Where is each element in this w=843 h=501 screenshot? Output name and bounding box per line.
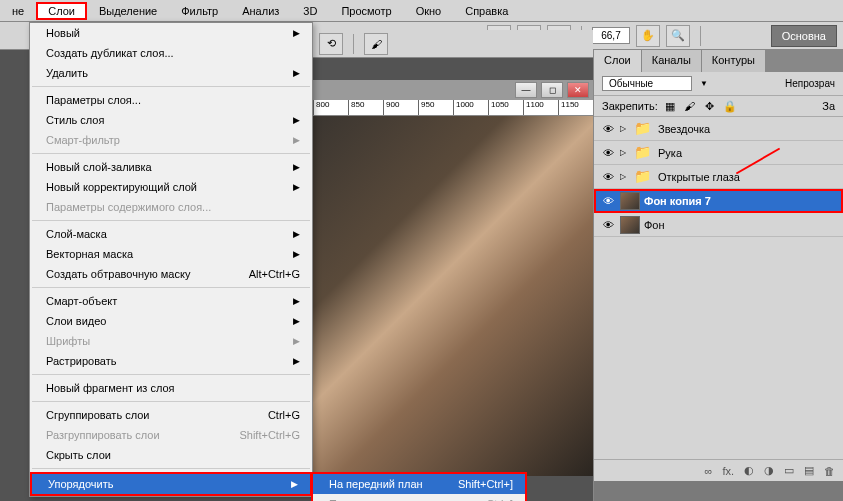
- panel-tab-Контуры[interactable]: Контуры: [702, 50, 766, 72]
- layer-list: 👁▷📁Звездочка👁▷📁Рука👁▷📁Открытые глаза👁Фон…: [594, 117, 843, 237]
- rotate-view-icon[interactable]: ⟲: [319, 33, 343, 55]
- menu-item[interactable]: Слои видео▶: [30, 311, 312, 331]
- menu-item[interactable]: Создать дубликат слоя...: [30, 43, 312, 63]
- menubar-item-Фильтр[interactable]: Фильтр: [169, 2, 230, 20]
- folder-icon: 📁: [634, 144, 654, 162]
- menubar-item-не[interactable]: не: [0, 2, 36, 20]
- layer-name[interactable]: Фон копия 7: [644, 195, 711, 207]
- zoom-tool-icon[interactable]: 🔍: [666, 25, 690, 47]
- layer-thumbnail[interactable]: [620, 216, 640, 234]
- menu-item[interactable]: Новый▶: [30, 23, 312, 43]
- visibility-icon[interactable]: 👁: [600, 171, 616, 183]
- menu-item[interactable]: Создать обтравочную маскуAlt+Ctrl+G: [30, 264, 312, 284]
- layer-row[interactable]: 👁▷📁Звездочка: [594, 117, 843, 141]
- panel-minibar: [594, 481, 843, 501]
- layer-thumbnail[interactable]: [620, 192, 640, 210]
- lock-label: Закрепить:: [602, 100, 658, 112]
- panel-action-icon[interactable]: ∞: [705, 465, 713, 477]
- expand-icon[interactable]: ▷: [620, 172, 630, 181]
- ruler-tick: 950: [418, 100, 453, 115]
- menubar-item-Выделение[interactable]: Выделение: [87, 2, 169, 20]
- panel-action-icon[interactable]: fx.: [722, 465, 734, 477]
- maximize-button[interactable]: ◻: [541, 82, 563, 98]
- menu-item[interactable]: Смарт-объект▶: [30, 291, 312, 311]
- blend-mode-select[interactable]: Обычные: [602, 76, 692, 91]
- brush-icon[interactable]: 🖌: [364, 33, 388, 55]
- menu-item: Шрифты▶: [30, 331, 312, 351]
- layer-row[interactable]: 👁▷📁Открытые глаза: [594, 165, 843, 189]
- ruler-tick: 900: [383, 100, 418, 115]
- menu-item[interactable]: Удалить▶: [30, 63, 312, 83]
- layer-name[interactable]: Звездочка: [658, 123, 710, 135]
- panel-tab-Каналы[interactable]: Каналы: [642, 50, 702, 72]
- expand-icon[interactable]: ▷: [620, 148, 630, 157]
- layer-row[interactable]: 👁Фон копия 7: [594, 189, 843, 213]
- menu-item: Параметры содержимого слоя...: [30, 197, 312, 217]
- panel-action-icon[interactable]: ▭: [784, 464, 794, 477]
- options-bar: ⟲ 🖌: [313, 30, 593, 58]
- menu-item[interactable]: Скрыть слои: [30, 445, 312, 465]
- ruler-tick: 1000: [453, 100, 488, 115]
- layer-name[interactable]: Рука: [658, 147, 682, 159]
- menubar-item-3D[interactable]: 3D: [291, 2, 329, 20]
- close-button[interactable]: ✕: [567, 82, 589, 98]
- visibility-icon[interactable]: 👁: [600, 195, 616, 207]
- hand-tool-icon[interactable]: ✋: [636, 25, 660, 47]
- ruler-tick: 1100: [523, 100, 558, 115]
- menu-item[interactable]: Новый слой-заливка▶: [30, 157, 312, 177]
- folder-icon: 📁: [634, 168, 654, 186]
- visibility-icon[interactable]: 👁: [600, 147, 616, 159]
- panel-action-icon[interactable]: ▤: [804, 464, 814, 477]
- menubar-item-Просмотр[interactable]: Просмотр: [329, 2, 403, 20]
- ruler-tick: 850: [348, 100, 383, 115]
- opacity-label: Непрозрач: [785, 78, 835, 89]
- main-menubar: неСлоиВыделениеФильтрАнализ3DПросмотрОкн…: [0, 0, 843, 22]
- lock-row: Закрепить: ▦ 🖌 ✥ 🔒 За: [594, 96, 843, 117]
- menubar-item-Анализ[interactable]: Анализ: [230, 2, 291, 20]
- menu-item[interactable]: Сгруппировать слоиCtrl+G: [30, 405, 312, 425]
- ruler-tick: 1150: [558, 100, 593, 115]
- menu-item: Разгруппировать слоиShift+Ctrl+G: [30, 425, 312, 445]
- visibility-icon[interactable]: 👁: [600, 123, 616, 135]
- workspace-button[interactable]: Основна: [771, 25, 837, 47]
- menu-item[interactable]: Растрировать▶: [30, 351, 312, 371]
- layer-row[interactable]: 👁Фон: [594, 213, 843, 237]
- submenu-item: Переложить впередCtrl+]: [313, 494, 525, 501]
- panel-options-row: Обычные ▼ Непрозрач: [594, 72, 843, 96]
- lock-all-icon[interactable]: 🔒: [722, 98, 738, 114]
- menubar-item-Окно[interactable]: Окно: [404, 2, 454, 20]
- visibility-icon[interactable]: 👁: [600, 219, 616, 231]
- panel-tab-Слои[interactable]: Слои: [594, 50, 642, 72]
- panel-action-icon[interactable]: ◑: [764, 464, 774, 477]
- layer-name[interactable]: Открытые глаза: [658, 171, 740, 183]
- document-window-controls: — ◻ ✕: [313, 80, 593, 100]
- layers-panel: СлоиКаналыКонтуры Обычные ▼ Непрозрач За…: [593, 50, 843, 501]
- submenu-item[interactable]: На передний планShift+Ctrl+]: [313, 474, 525, 494]
- menu-item[interactable]: Слой-маска▶: [30, 224, 312, 244]
- layer-row[interactable]: 👁▷📁Рука: [594, 141, 843, 165]
- minimize-button[interactable]: —: [515, 82, 537, 98]
- lock-transparent-icon[interactable]: ▦: [662, 98, 678, 114]
- menu-item[interactable]: Упорядочить▶: [30, 472, 312, 496]
- lock-pixels-icon[interactable]: 🖌: [682, 98, 698, 114]
- expand-icon[interactable]: ▷: [620, 124, 630, 133]
- menubar-item-Слои[interactable]: Слои: [36, 2, 87, 20]
- layer-name[interactable]: Фон: [644, 219, 665, 231]
- menu-item[interactable]: Новый корректирующий слой▶: [30, 177, 312, 197]
- menu-item[interactable]: Стиль слоя▶: [30, 110, 312, 130]
- menu-item[interactable]: Параметры слоя...: [30, 90, 312, 110]
- menu-item[interactable]: Новый фрагмент из слоя: [30, 378, 312, 398]
- panel-action-icon[interactable]: 🗑: [824, 465, 835, 477]
- zoom-level[interactable]: 66,7: [592, 27, 629, 44]
- document-canvas[interactable]: [313, 116, 593, 476]
- menu-item[interactable]: Векторная маска▶: [30, 244, 312, 264]
- arrange-submenu: На передний планShift+Ctrl+]Переложить в…: [311, 472, 527, 501]
- fill-label: За: [822, 100, 835, 112]
- panel-tabs: СлоиКаналыКонтуры: [594, 50, 843, 72]
- lock-position-icon[interactable]: ✥: [702, 98, 718, 114]
- ruler-tick: 800: [313, 100, 348, 115]
- panel-bottom-toolbar: ∞fx.◐◑▭▤🗑: [594, 459, 843, 481]
- menubar-item-Справка[interactable]: Справка: [453, 2, 520, 20]
- layers-dropdown-menu: Новый▶Создать дубликат слоя...Удалить▶Па…: [29, 22, 313, 497]
- panel-action-icon[interactable]: ◐: [744, 464, 754, 477]
